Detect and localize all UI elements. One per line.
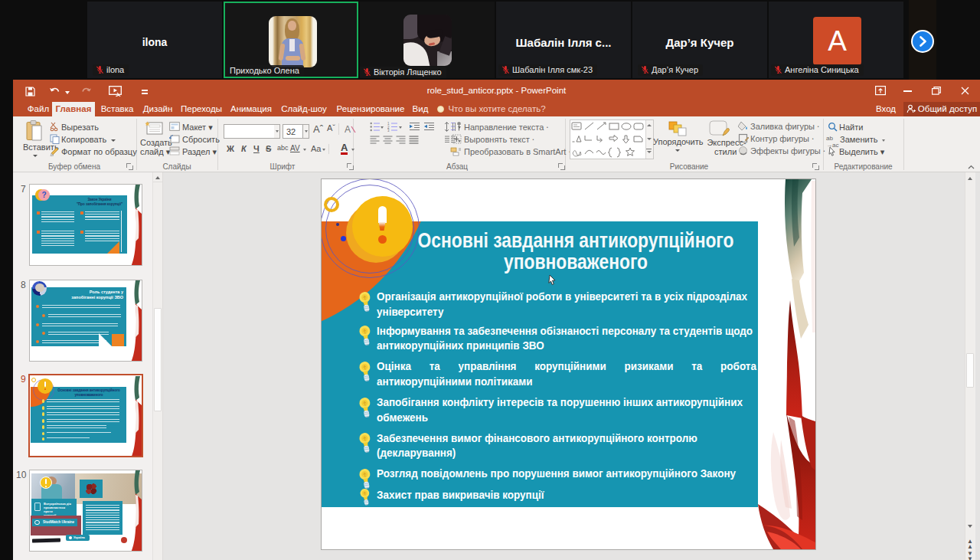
svg-text:A: A: [345, 124, 351, 135]
svg-text:3: 3: [387, 129, 390, 132]
